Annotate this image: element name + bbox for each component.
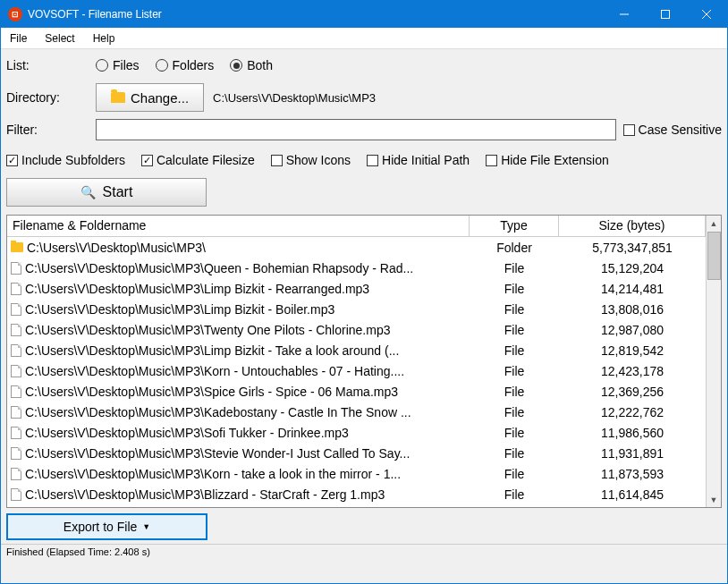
close-button[interactable] [686, 1, 727, 28]
checkbox-icon: ✓ [141, 155, 153, 166]
export-button-label: Export to File [63, 520, 137, 534]
folder-icon [111, 92, 125, 103]
table-row[interactable]: C:\Users\V\Desktop\Music\MP3\Korn - take… [7, 463, 706, 484]
results-table: Filename & Foldername Type Size (bytes) … [6, 215, 722, 508]
file-icon [11, 447, 21, 460]
checkbox-icon [623, 124, 635, 136]
table-row[interactable]: C:\Users\V\Desktop\Music\MP3\Limp Bizkit… [7, 278, 706, 299]
scroll-thumb[interactable] [707, 232, 721, 280]
hide-file-extension-checkbox[interactable]: Hide File Extension [486, 153, 609, 167]
export-button[interactable]: Export to File ▼ [6, 513, 207, 540]
menu-help[interactable]: Help [84, 30, 124, 47]
table-row[interactable]: C:\Users\V\Desktop\Music\MP3\Twenty One … [7, 319, 706, 340]
table-row[interactable]: C:\Users\V\Desktop\Music\MP3\Korn - Unto… [7, 360, 706, 381]
file-icon [11, 324, 21, 336]
status-bar: Finished (Elapsed Time: 2.408 s) [1, 544, 727, 562]
radio-folders[interactable]: Folders [156, 58, 215, 72]
table-row[interactable]: C:\Users\V\Desktop\Music\MP3\Limp Bizkit… [7, 340, 706, 360]
file-icon [11, 303, 21, 316]
table-row[interactable]: C:\Users\V\Desktop\Music\MP3\Sofi Tukker… [7, 422, 706, 443]
table-row[interactable]: C:\Users\V\Desktop\Music\MP3\Limp Bizkit… [7, 299, 706, 319]
cell-filename: C:\Users\V\Desktop\Music\MP3\Blizzard - … [7, 487, 470, 502]
cell-filename: C:\Users\V\Desktop\Music\MP3\Limp Bizkit… [7, 302, 470, 317]
cell-type: File [470, 302, 559, 317]
cell-type: File [470, 405, 559, 419]
cell-filename: C:\Users\V\Desktop\Music\MP3\Kadebostany… [7, 405, 470, 419]
menu-select[interactable]: Select [36, 30, 83, 47]
column-size[interactable]: Size (bytes) [559, 216, 706, 236]
cell-filename: C:\Users\V\Desktop\Music\MP3\Korn - take… [7, 467, 470, 481]
filter-input[interactable] [96, 119, 616, 140]
cell-type: File [470, 446, 559, 461]
list-radio-group: Files Folders Both [96, 58, 273, 72]
list-label: List: [6, 58, 96, 72]
cell-type: File [470, 343, 559, 358]
search-icon: 🔍 [80, 185, 96, 199]
titlebar: ⊡ VOVSOFT - Filename Lister [1, 1, 727, 28]
cell-size: 12,222,762 [559, 405, 706, 419]
table-row[interactable]: C:\Users\V\Desktop\Music\MP3\Spice Girls… [7, 381, 706, 402]
checkbox-icon [367, 155, 378, 166]
cell-type: File [470, 426, 559, 440]
show-icons-checkbox[interactable]: Show Icons [271, 153, 351, 167]
start-button[interactable]: 🔍 Start [6, 178, 207, 207]
column-filename[interactable]: Filename & Foldername [7, 216, 470, 236]
hide-initial-path-label: Hide Initial Path [382, 153, 470, 167]
cell-filename: C:\Users\V\Desktop\Music\MP3\Twenty One … [7, 323, 470, 337]
scrollbar[interactable]: ▲ ▼ [706, 216, 721, 507]
radio-both[interactable]: Both [230, 58, 273, 72]
hide-initial-path-checkbox[interactable]: Hide Initial Path [367, 153, 470, 167]
radio-files-label: Files [113, 58, 140, 72]
window-controls [604, 1, 727, 28]
menubar: File Select Help [1, 28, 727, 49]
cell-type: Folder [470, 241, 559, 255]
radio-folders-label: Folders [173, 58, 215, 72]
table-row[interactable]: C:\Users\V\Desktop\Music\MP3\Stevie Wond… [7, 443, 706, 463]
change-button-label: Change... [131, 90, 189, 106]
cell-type: File [470, 261, 559, 275]
cell-filename: C:\Users\V\Desktop\Music\MP3\Limp Bizkit… [7, 282, 470, 296]
maximize-button[interactable] [645, 1, 686, 28]
cell-size: 14,214,481 [559, 282, 706, 296]
cell-type: File [470, 323, 559, 337]
cell-size: 11,931,891 [559, 446, 706, 461]
cell-type: File [470, 487, 559, 502]
filter-label: Filter: [6, 123, 96, 137]
cell-size: 12,369,256 [559, 385, 706, 399]
file-icon [11, 283, 21, 295]
hide-file-extension-label: Hide File Extension [501, 153, 609, 167]
table-row[interactable]: C:\Users\V\Desktop\Music\MP3\Queen - Boh… [7, 258, 706, 278]
calculate-filesize-checkbox[interactable]: ✓ Calculate Filesize [141, 153, 255, 167]
scroll-down-icon[interactable]: ▼ [707, 492, 721, 507]
include-subfolders-label: Include Subfolders [21, 153, 125, 167]
file-icon [11, 468, 21, 480]
file-icon [11, 385, 21, 398]
checkbox-icon [486, 155, 497, 166]
radio-both-label: Both [247, 58, 273, 72]
include-subfolders-checkbox[interactable]: ✓ Include Subfolders [6, 153, 125, 167]
cell-size: 12,819,542 [559, 343, 706, 358]
change-button[interactable]: Change... [96, 83, 204, 112]
checkbox-icon: ✓ [6, 155, 18, 166]
file-icon [11, 406, 21, 419]
cell-size: 11,873,593 [559, 467, 706, 481]
checkbox-icon [271, 155, 283, 166]
file-icon [11, 427, 21, 439]
dropdown-icon: ▼ [142, 522, 150, 531]
scroll-up-icon[interactable]: ▲ [707, 216, 721, 231]
cell-filename: C:\Users\V\Desktop\Music\MP3\Stevie Wond… [7, 446, 470, 461]
cell-size: 11,614,845 [559, 487, 706, 502]
cell-type: File [470, 364, 559, 378]
cell-type: File [470, 385, 559, 399]
minimize-button[interactable] [604, 1, 645, 28]
column-type[interactable]: Type [470, 216, 559, 236]
table-row[interactable]: C:\Users\V\Desktop\Music\MP3\Folder5,773… [7, 237, 706, 258]
cell-size: 12,423,178 [559, 364, 706, 378]
case-sensitive-checkbox[interactable]: Case Sensitive [623, 123, 722, 137]
table-row[interactable]: C:\Users\V\Desktop\Music\MP3\Kadebostany… [7, 402, 706, 422]
table-row[interactable]: C:\Users\V\Desktop\Music\MP3\Blizzard - … [7, 484, 706, 504]
menu-file[interactable]: File [1, 30, 36, 47]
radio-files[interactable]: Files [96, 58, 140, 72]
cell-type: File [470, 467, 559, 481]
cell-size: 13,808,016 [559, 302, 706, 317]
